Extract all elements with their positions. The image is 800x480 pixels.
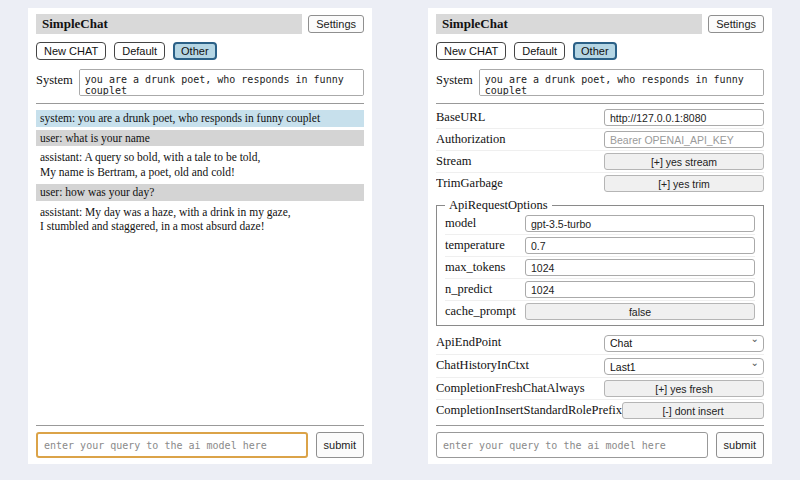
session-button-default[interactable]: Default [514, 42, 565, 60]
query-row: submit [436, 432, 764, 458]
apiendpoint-select[interactable]: Chat [604, 335, 764, 352]
settings-button[interactable]: Settings [708, 15, 764, 33]
completioninsertstandardroleprefix-button[interactable]: [-] dont insert [622, 402, 764, 419]
chat-message-system: system: you are a drunk poet, who respon… [36, 110, 364, 127]
settings-row-label: max_tokens [445, 260, 505, 275]
chathistoryinctxt-select[interactable]: Last1 [604, 358, 764, 375]
chathistoryinctxt-select-wrap: Last1⌄ [604, 357, 764, 376]
temperature-input[interactable] [525, 237, 755, 254]
settings-row-label: TrimGarbage [436, 176, 503, 191]
settings-row-temperature: temperature [445, 235, 755, 257]
settings-row-label: CompletionFreshChatAlways [436, 381, 585, 396]
settings-row-label: CompletionInsertStandardRolePrefix [436, 403, 622, 418]
system-label: System [36, 69, 73, 88]
settings-row-apiendpoint: ApiEndPointChat⌄ [436, 331, 764, 355]
trimgarbage-button[interactable]: [+] yes trim [604, 175, 764, 192]
chat-message-user: user: what is your name [36, 130, 364, 147]
settings-rows-bottom: ApiEndPointChat⌄ChatHistoryInCtxtLast1⌄C… [436, 331, 764, 421]
api-request-options-fieldset: ApiRequestOptions modeltemperaturemax_to… [436, 198, 764, 326]
toolbar: New CHAT Default Other [36, 42, 364, 60]
session-button-other[interactable]: Other [173, 42, 217, 60]
submit-button[interactable]: submit [316, 432, 364, 458]
chat-message-assistant: assistant: My day was a haze, with a dri… [36, 204, 364, 235]
settings-row-n-predict: n_predict [445, 279, 755, 301]
titlebar-row: SimpleChat Settings [36, 14, 364, 34]
divider [436, 103, 764, 104]
settings-row-authorization: Authorization [436, 129, 764, 151]
settings-form: BaseURLAuthorizationStream[+] yes stream… [436, 107, 764, 423]
settings-row-completioninsertstandardroleprefix: CompletionInsertStandardRolePrefix[-] do… [436, 400, 764, 421]
settings-panel: SimpleChat Settings New CHAT Default Oth… [428, 8, 772, 464]
settings-row-model: model [445, 213, 755, 235]
baseurl-input[interactable] [604, 109, 764, 126]
submit-button[interactable]: submit [716, 432, 764, 458]
settings-row-baseurl: BaseURL [436, 107, 764, 129]
system-prompt-input[interactable]: you are a drunk poet, who responds in fu… [479, 69, 764, 96]
settings-row-completionfreshchatalways: CompletionFreshChatAlways[+] yes fresh [436, 378, 764, 400]
n-predict-input[interactable] [525, 281, 755, 298]
completionfreshchatalways-button[interactable]: [+] yes fresh [604, 380, 764, 397]
app-title: SimpleChat [36, 14, 302, 34]
settings-row-cache-prompt: cache_promptfalse [445, 301, 755, 322]
system-prompt-row: System you are a drunk poet, who respond… [36, 69, 364, 96]
api-request-options-rows: modeltemperaturemax_tokensn_predictcache… [445, 213, 755, 322]
settings-row-max-tokens: max_tokens [445, 257, 755, 279]
authorization-input[interactable] [604, 131, 764, 148]
settings-rows-top: BaseURLAuthorizationStream[+] yes stream… [436, 107, 764, 194]
settings-row-label: n_predict [445, 282, 492, 297]
cache-prompt-button[interactable]: false [525, 303, 755, 320]
settings-row-label: temperature [445, 238, 505, 253]
settings-row-label: BaseURL [436, 110, 485, 125]
model-input[interactable] [525, 215, 755, 232]
apiendpoint-select-wrap: Chat⌄ [604, 333, 764, 352]
settings-row-label: ApiEndPoint [436, 335, 501, 350]
divider [436, 425, 764, 426]
settings-row-stream: Stream[+] yes stream [436, 151, 764, 173]
divider [36, 103, 364, 104]
system-prompt-input[interactable]: you are a drunk poet, who responds in fu… [79, 69, 364, 96]
system-prompt-row: System you are a drunk poet, who respond… [436, 69, 764, 96]
settings-row-label: Stream [436, 154, 471, 169]
chat-history: system: you are a drunk poet, who respon… [36, 107, 364, 423]
divider [36, 425, 364, 426]
settings-row-label: model [445, 216, 476, 231]
system-label: System [436, 69, 473, 88]
chat-message-assistant: assistant: A query so bold, with a tale … [36, 149, 364, 180]
max-tokens-input[interactable] [525, 259, 755, 276]
new-chat-button[interactable]: New CHAT [36, 42, 106, 60]
settings-row-label: ChatHistoryInCtxt [436, 358, 529, 373]
stream-button[interactable]: [+] yes stream [604, 153, 764, 170]
settings-row-chathistoryinctxt: ChatHistoryInCtxtLast1⌄ [436, 355, 764, 379]
query-row: submit [36, 432, 364, 458]
query-input[interactable] [436, 432, 708, 458]
new-chat-button[interactable]: New CHAT [436, 42, 506, 60]
chat-message-user: user: how was your day? [36, 184, 364, 201]
settings-row-label: Authorization [436, 132, 505, 147]
settings-row-trimgarbage: TrimGarbage[+] yes trim [436, 173, 764, 194]
chat-panel: SimpleChat Settings New CHAT Default Oth… [28, 8, 372, 464]
toolbar: New CHAT Default Other [436, 42, 764, 60]
app-title: SimpleChat [436, 14, 702, 34]
settings-row-label: cache_prompt [445, 304, 516, 319]
session-button-other[interactable]: Other [573, 42, 617, 60]
titlebar-row: SimpleChat Settings [436, 14, 764, 34]
api-request-options-legend: ApiRequestOptions [445, 198, 552, 213]
settings-button[interactable]: Settings [308, 15, 364, 33]
session-button-default[interactable]: Default [114, 42, 165, 60]
query-input[interactable] [36, 432, 308, 458]
